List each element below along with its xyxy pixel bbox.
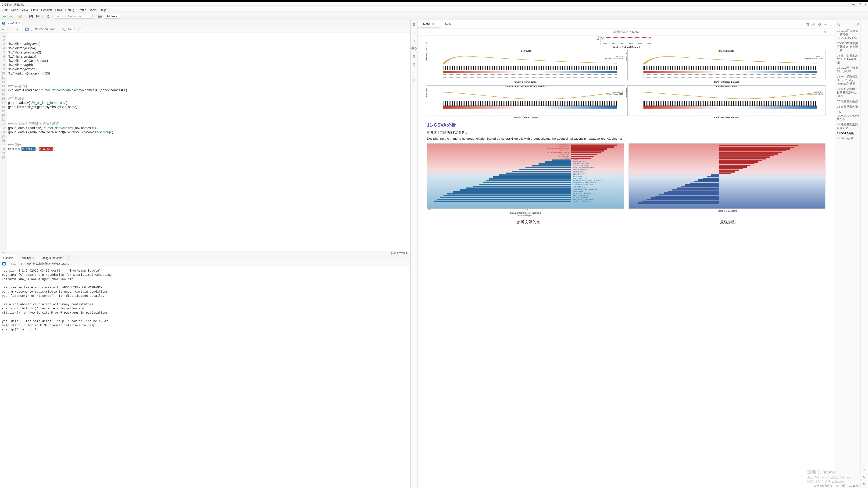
- menu-tools[interactable]: Tools: [90, 8, 96, 12]
- new-tab-icon[interactable]: +: [457, 23, 465, 26]
- menubar: Edit Code View Plots Session Build Debug…: [0, 7, 868, 13]
- bar-xlabel-right: t value of GSVA score: [628, 210, 826, 212]
- breadcrumb-parent[interactable]: 转录组分析: [613, 30, 628, 34]
- close-icon[interactable]: ×: [32, 257, 34, 259]
- source-on-save-checkbox[interactable]: Source on Save: [31, 28, 55, 31]
- menu-view[interactable]: View: [21, 8, 28, 12]
- goto-file-input[interactable]: ↪ Go to file/function: [55, 14, 93, 19]
- menu-help[interactable]: Help: [100, 8, 106, 12]
- close-icon[interactable]: ×: [64, 257, 65, 259]
- outline-item[interactable]: 09-GO/KEGG/Reactome集分析: [836, 109, 859, 122]
- help-icon[interactable]: ?: [863, 468, 866, 471]
- grid-icon[interactable]: ▦▾: [97, 14, 102, 19]
- menu-debug[interactable]: Debug: [65, 8, 74, 12]
- working-dir[interactable]: F:/生信分析分享/转录组分析/12-GSVA/: [21, 262, 69, 266]
- outline-item[interactable]: 03-多个数据集合并去次PCA箱线图: [836, 53, 859, 65]
- daily-icon[interactable]: ▥: [412, 62, 416, 66]
- show-in-new-icon[interactable]: 🗗: [16, 28, 19, 31]
- canvas-icon[interactable]: ▦: [412, 54, 416, 58]
- tab-background-jobs[interactable]: Background Jobs×: [37, 255, 69, 261]
- menu-code[interactable]: Code: [11, 8, 18, 12]
- report-icon[interactable]: 📄: [78, 28, 82, 31]
- maximize-icon[interactable]: ☐: [859, 3, 861, 6]
- note-tab-2[interactable]: Note: [439, 21, 457, 28]
- outline-item[interactable]: 11-GSEA分析: [836, 131, 859, 136]
- new-file-icon[interactable]: ●▾: [2, 14, 7, 19]
- note-statusbar: ☐ 0 条反向链接 717 个词 2,326 个: [814, 484, 859, 488]
- menu-plots[interactable]: Plots: [31, 8, 38, 12]
- backlinks-count[interactable]: ☐ 0 条反向链接: [814, 484, 832, 488]
- outline-panel: 🔍 ✕ 01-GEO芯片数据下载转换_GEOquery下载02-GEO芯片数据下…: [835, 20, 861, 488]
- nav-back-icon[interactable]: ←: [420, 30, 423, 34]
- split-icon[interactable]: ◫: [806, 23, 809, 26]
- scope-indicator[interactable]: (Top Level) ⇕: [391, 252, 408, 255]
- save-file-icon[interactable]: 💾: [25, 28, 29, 31]
- open-file-icon[interactable]: 📂: [19, 14, 24, 19]
- forward-icon[interactable]: ⇨: [6, 28, 9, 31]
- graph-icon[interactable]: �⊚: [412, 46, 416, 51]
- gsea-grid: Cell Cycle NES: 3.5Adjusted Pvalue: < 0.…: [427, 50, 826, 119]
- wd-popup-icon[interactable]: ⇗: [71, 262, 73, 265]
- char-count[interactable]: 2,326 个: [849, 484, 859, 488]
- files-icon[interactable]: ▭: [412, 30, 416, 35]
- editor-statusbar: 20:1 (Top Level) ⇕: [0, 251, 410, 255]
- code-editor[interactable]: 1234567891011121314151617181920212223242…: [0, 32, 410, 251]
- close-window-icon[interactable]: ✕: [864, 3, 867, 6]
- edit-mode-icon[interactable]: ✎: [824, 30, 827, 34]
- outline-item[interactable]: 06-绘制火山图，拾的基因添加上label: [836, 87, 859, 99]
- addins-dropdown[interactable]: Addins ▾: [104, 14, 120, 19]
- max-icon[interactable]: ☐: [830, 23, 833, 26]
- outline-item[interactable]: 11-GSVA分析: [836, 136, 859, 141]
- console-output[interactable]: version 4.2.3 (2023-03-15 ucrt) -- "Shor…: [0, 267, 410, 488]
- nav-fwd-icon[interactable]: →: [426, 30, 429, 34]
- link2-icon[interactable]: 🔗: [817, 23, 822, 26]
- source-on-save-input[interactable]: [31, 28, 34, 31]
- outline-item[interactable]: 02-GEO芯片数据下载转换_浏览器下载: [836, 41, 859, 53]
- outline-item[interactable]: 10-通路基因集的获取研究: [836, 122, 859, 131]
- outline-item[interactable]: 04-GEO测序数据的一预处理: [836, 65, 859, 74]
- tab-dropdown-icon[interactable]: ⌄: [801, 23, 804, 26]
- file-tab-gsva[interactable]: R GSVA.R ×: [0, 21, 23, 26]
- back-icon[interactable]: ⇦: [2, 28, 4, 31]
- gsea-plot-dnarep: Dna Replication NES: 2.87Adjusted Pvalue…: [627, 50, 826, 80]
- link-icon[interactable]: 🔗: [811, 23, 815, 26]
- menu-build[interactable]: Build: [55, 8, 62, 12]
- menu-session[interactable]: Session: [41, 8, 52, 12]
- outline-search-icon[interactable]: 🔍: [836, 23, 840, 26]
- close-icon[interactable]: ×: [432, 23, 434, 26]
- outline-item[interactable]: 08-差异基因热图: [836, 104, 859, 109]
- outline-item[interactable]: 05-一个函数搞定DESeq2 edgeR limma差异分析: [836, 74, 859, 87]
- tab-terminal[interactable]: Terminal×: [17, 255, 37, 261]
- gsea-top-fragment: -2-3 50001000015000200002500030000: [600, 36, 652, 45]
- sidebar-toggle-icon[interactable]: ☰: [412, 23, 416, 27]
- templates-icon[interactable]: ⎌: [412, 78, 416, 82]
- editor-code-area[interactable]: "kw">library(tidyverse)"kw">library(GSVA…: [7, 32, 410, 251]
- note-right-rail: ? ↻ ⚙: [861, 20, 868, 488]
- more-icon[interactable]: ⋮: [830, 30, 833, 34]
- outline-item[interactable]: 01-GEO芯片数据下载转换_GEOquery下载: [836, 28, 859, 41]
- addins-label: Addins: [106, 15, 115, 18]
- outline-item[interactable]: 07-渐变色火山图: [836, 99, 859, 104]
- breadcrumb-current[interactable]: Note: [632, 30, 639, 34]
- search-side-icon[interactable]: ☆: [412, 38, 416, 42]
- min-icon[interactable]: —: [824, 23, 827, 26]
- note-tab-1[interactable]: Note ×: [417, 20, 439, 28]
- minimize-icon[interactable]: —: [852, 3, 855, 6]
- wand-icon[interactable]: ✎▾: [67, 28, 71, 31]
- settings-icon[interactable]: ⚙: [863, 482, 866, 486]
- window-titlebar: 2-GSVA - RStudio — ☐ ✕: [0, 2, 868, 7]
- sync-icon[interactable]: ↻: [863, 475, 866, 479]
- save-icon[interactable]: 💾: [29, 14, 34, 19]
- save-all-icon[interactable]: 💾: [35, 14, 40, 19]
- find-icon[interactable]: 🔍: [62, 28, 65, 31]
- note-body[interactable]: Ran -2-3 50001000015000200002500030000 R…: [417, 36, 835, 488]
- new-project-icon[interactable]: ＋: [8, 14, 13, 19]
- outline-close-icon[interactable]: ✕: [857, 23, 859, 26]
- word-count[interactable]: 717 个词: [836, 484, 845, 488]
- command-icon[interactable]: ›_: [412, 70, 416, 74]
- close-tab-icon[interactable]: ×: [18, 22, 20, 25]
- tab-console[interactable]: Console: [0, 255, 17, 261]
- menu-edit[interactable]: Edit: [2, 8, 7, 12]
- print-icon[interactable]: 🖨: [45, 14, 50, 19]
- menu-profile[interactable]: Profile: [78, 8, 86, 12]
